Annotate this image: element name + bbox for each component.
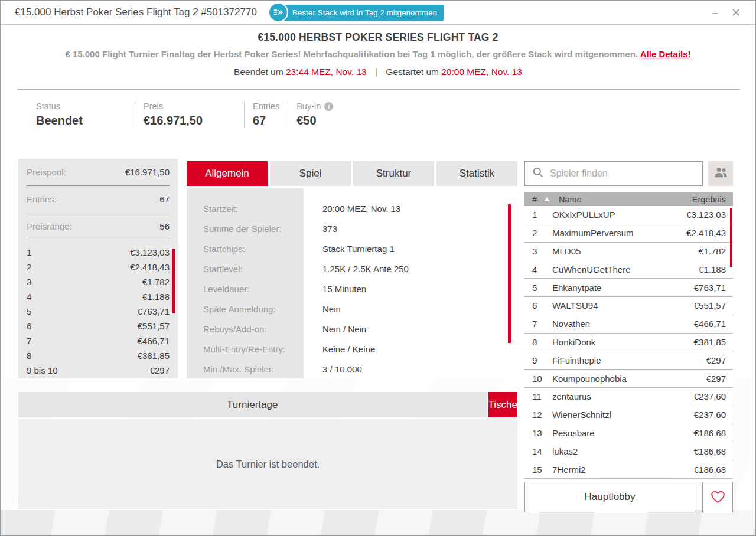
player-rank: 10 <box>524 374 552 384</box>
info-tab[interactable]: Struktur <box>353 161 434 186</box>
player-result: €1.188 <box>699 264 733 274</box>
player-name: WienerSchnitzl <box>552 410 694 420</box>
payout-row: 7 €466,71 <box>27 334 170 348</box>
payout-amount: €551,57 <box>138 321 170 331</box>
payout-rank: 4 <box>27 292 31 302</box>
player-rank: 4 <box>524 264 552 274</box>
tournament-details-panel: Startzeit: 20:00 MEZ, Nov. 13 Summe der … <box>187 188 517 378</box>
table-row[interactable]: 12 WienerSchnitzl €237,60 <box>524 406 733 424</box>
player-result: €381,85 <box>694 337 733 347</box>
column-rank[interactable]: # <box>524 195 537 204</box>
player-rank: 15 <box>524 465 552 475</box>
details-scrollbar[interactable] <box>508 204 511 343</box>
friends-button[interactable] <box>708 161 733 186</box>
table-row[interactable]: 10 Koumpounophobia €297 <box>524 370 733 388</box>
chip-stack-arrows-icon <box>268 2 288 22</box>
detail-value: 15 Minuten <box>304 284 366 294</box>
table-row[interactable]: 14 lukas2 €186,68 <box>524 442 733 460</box>
payout-amount: €1.782 <box>142 277 170 287</box>
summary-label: Entries: <box>27 194 57 204</box>
player-result: €186,68 <box>694 465 733 475</box>
all-details-link[interactable]: Alle Details! <box>640 49 691 59</box>
player-name: lukas2 <box>552 446 694 456</box>
player-name: WALTSU94 <box>552 300 694 311</box>
table-row[interactable]: 11 zentaurus €237,60 <box>524 388 733 406</box>
info-tab[interactable]: Statistik <box>436 161 517 186</box>
stat-label: Entries <box>253 102 279 111</box>
table-row[interactable]: 7 Novathen €466,71 <box>524 315 733 334</box>
table-row[interactable]: 1 OKxIxPULLxUP €3.123,03 <box>524 206 733 224</box>
payout-amount: €381,85 <box>138 351 170 361</box>
player-list-scrollbar[interactable] <box>730 208 732 267</box>
table-row[interactable]: 15 7Hermi2 €186,68 <box>524 460 733 479</box>
column-name[interactable]: Name <box>559 195 582 204</box>
bottom-tab[interactable]: Turniertage <box>18 392 487 417</box>
bottom-tab-label: Tische <box>488 399 517 411</box>
hauptlobby-label: Hauptlobby <box>584 491 635 503</box>
payout-amount: €297 <box>150 365 170 375</box>
stat-item: Entries i 67 <box>244 102 288 128</box>
info-tab[interactable]: Spiel <box>270 161 351 186</box>
player-rank: 14 <box>524 446 552 456</box>
payout-scrollbar[interactable] <box>172 249 175 313</box>
stat-label: Status <box>36 102 60 111</box>
table-row[interactable]: 2 MaximumPerversum €2.418,43 <box>524 224 733 243</box>
player-rank: 2 <box>524 228 552 238</box>
info-tab-label: Statistik <box>460 168 495 179</box>
summary-value: €16.971,50 <box>125 167 170 177</box>
column-result[interactable]: Ergebnis <box>692 195 733 204</box>
payout-amount: €466,71 <box>138 336 170 346</box>
stat-item: Preis i €16.971,50 <box>135 102 244 128</box>
detail-label: Späte Anmeldung: <box>187 304 304 314</box>
payout-row: 6 €551,57 <box>27 319 170 334</box>
close-icon[interactable]: ✕ <box>729 7 742 18</box>
player-name: zentaurus <box>552 391 694 401</box>
badge-label: Bester Stack wird in Tag 2 mitgenommen <box>292 8 437 17</box>
detail-value: Nein / Nein <box>304 324 366 334</box>
payout-amount: €763,71 <box>138 306 170 316</box>
hauptlobby-button[interactable]: Hauptlobby <box>524 482 695 512</box>
ended-label: Beendet um <box>234 67 284 77</box>
carry-over-badge: Bester Stack wird in Tag 2 mitgenommen <box>278 5 444 21</box>
player-rank: 9 <box>524 355 552 365</box>
table-row[interactable]: 8 HonkiDonk €381,85 <box>524 334 733 352</box>
player-name: Ehkanytpate <box>552 283 694 293</box>
search-input[interactable] <box>550 168 696 179</box>
player-table: 1 OKxIxPULLxUP €3.123,03 2 MaximumPerver… <box>524 206 733 479</box>
table-row[interactable]: 13 Pesosbare €186,68 <box>524 424 733 443</box>
summary-value: 67 <box>159 194 170 204</box>
player-search-box <box>524 161 703 186</box>
player-name: MLD05 <box>552 246 699 256</box>
table-row[interactable]: 9 FiFuinthepie €297 <box>524 351 733 370</box>
info-icon[interactable]: i <box>324 102 333 111</box>
payout-list: 1 €3.123,03 2 €2.418,43 3 €1.782 4 €1.18… <box>27 245 170 378</box>
bottom-tab[interactable]: Tische <box>488 392 517 417</box>
payout-row: 3 €1.782 <box>27 274 170 289</box>
payout-row: 9 bis 10 €297 <box>27 363 170 378</box>
detail-row: Summe der Spieler: 373 <box>187 218 517 238</box>
tournament-lobby-window: €15.000 Herbst Poker Series Flight Tag 2… <box>0 0 756 536</box>
tournament-header: €15.000 HERBST POKER SERIES FLIGHT TAG 2… <box>1 31 755 77</box>
stat-value: €16.971,50 <box>144 114 236 128</box>
detail-row: Startlevel: 1.25K / 2.5K Ante 250 <box>187 259 517 279</box>
info-tab[interactable]: Allgemein <box>187 161 268 186</box>
payout-rank: 2 <box>27 262 31 272</box>
bottom-texture-strip <box>1 510 755 536</box>
title-bar: €15.000 Herbst Poker Series Flight Tag 2… <box>1 1 755 25</box>
player-name: 7Hermi2 <box>552 465 694 475</box>
table-row[interactable]: 3 MLD05 €1.782 <box>524 243 733 261</box>
player-rank: 11 <box>524 391 552 401</box>
player-result: €1.782 <box>699 246 733 256</box>
stat-value: Beendet <box>36 114 126 128</box>
bottom-tab-bar: Turniertage Tische <box>18 392 517 417</box>
table-row[interactable]: 6 WALTSU94 €551,57 <box>524 297 733 315</box>
minimize-icon[interactable]: – <box>708 7 721 18</box>
summary-label: Preispool: <box>27 167 66 177</box>
detail-row: Startchips: Stack Turniertag 1 <box>187 238 517 259</box>
player-rank: 6 <box>524 300 552 311</box>
payout-rank: 7 <box>27 336 31 346</box>
table-row[interactable]: 4 CuWhenUGetThere €1.188 <box>524 260 733 279</box>
favorite-button[interactable] <box>702 482 733 512</box>
table-row[interactable]: 5 Ehkanytpate €763,71 <box>524 279 733 297</box>
payout-row: 5 €763,71 <box>27 304 170 319</box>
